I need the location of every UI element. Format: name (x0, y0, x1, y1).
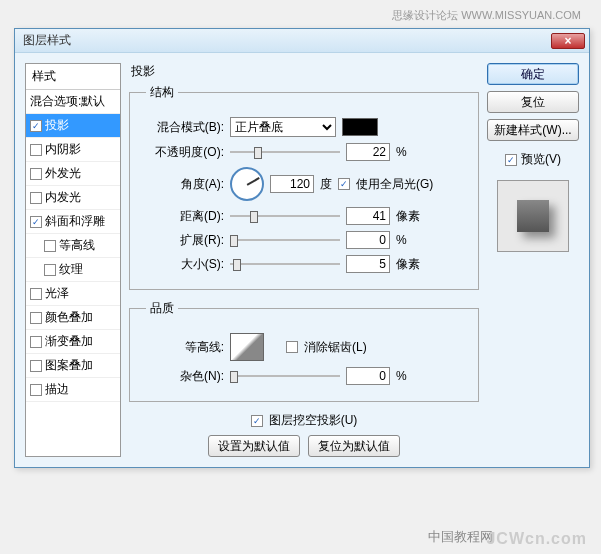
style-item-drop-shadow[interactable]: 投影 (26, 114, 120, 138)
style-item-label: 投影 (45, 117, 69, 134)
reset-default-button[interactable]: 复位为默认值 (308, 435, 400, 457)
quality-legend: 品质 (146, 300, 178, 317)
antialias-label: 消除锯齿(L) (304, 339, 367, 356)
style-item-label: 外发光 (45, 165, 81, 182)
preview-box (497, 180, 569, 252)
style-item-label: 颜色叠加 (45, 309, 93, 326)
style-item-label: 斜面和浮雕 (45, 213, 105, 230)
size-input[interactable] (346, 255, 390, 273)
checkbox-icon[interactable] (30, 360, 42, 372)
checkbox-icon[interactable] (30, 168, 42, 180)
style-item-label: 描边 (45, 381, 69, 398)
main-panel: 投影 结构 混合模式(B): 正片叠底 不透明度(O): % (129, 63, 479, 457)
checkbox-icon[interactable] (44, 240, 56, 252)
preview-label: 预览(V) (521, 151, 561, 168)
style-item-label: 渐变叠加 (45, 333, 93, 350)
opacity-label: 不透明度(O): (146, 144, 224, 161)
style-item-label: 光泽 (45, 285, 69, 302)
spread-label: 扩展(R): (146, 232, 224, 249)
style-item-bevel[interactable]: 斜面和浮雕 (26, 210, 120, 234)
style-item-label: 内发光 (45, 189, 81, 206)
style-item-label: 等高线 (59, 237, 95, 254)
style-item-inner-glow[interactable]: 内发光 (26, 186, 120, 210)
ok-button[interactable]: 确定 (487, 63, 579, 85)
style-item-label: 图案叠加 (45, 357, 93, 374)
watermark-bottom-cn: 中国教程网 (428, 528, 493, 546)
noise-slider[interactable] (230, 369, 340, 383)
blend-mode-label: 混合模式(B): (146, 119, 224, 136)
checkbox-icon[interactable] (30, 144, 42, 156)
style-item-pattern-overlay[interactable]: 图案叠加 (26, 354, 120, 378)
opacity-input[interactable] (346, 143, 390, 161)
dialog-title: 图层样式 (23, 32, 71, 49)
unit-px: 像素 (396, 208, 422, 225)
angle-input[interactable] (270, 175, 314, 193)
watermark-bottom-en: JCWcn.com (486, 530, 587, 548)
spread-slider[interactable] (230, 233, 340, 247)
antialias-checkbox[interactable] (286, 341, 298, 353)
close-button[interactable]: × (551, 33, 585, 49)
layer-style-dialog: 图层样式 × 样式 混合选项:默认 投影 内阴影 外发光 内发光 (14, 28, 590, 468)
new-style-button[interactable]: 新建样式(W)... (487, 119, 579, 141)
style-list-header[interactable]: 样式 (26, 64, 120, 90)
unit-percent: % (396, 145, 422, 159)
preview-checkbox[interactable] (505, 154, 517, 166)
style-item-label: 内阴影 (45, 141, 81, 158)
checkbox-icon[interactable] (30, 192, 42, 204)
blend-mode-select[interactable]: 正片叠底 (230, 117, 336, 137)
checkbox-icon[interactable] (30, 120, 42, 132)
unit-degree: 度 (320, 176, 332, 193)
style-item-outer-glow[interactable]: 外发光 (26, 162, 120, 186)
angle-label: 角度(A): (146, 176, 224, 193)
cancel-button[interactable]: 复位 (487, 91, 579, 113)
style-item-gradient-overlay[interactable]: 渐变叠加 (26, 330, 120, 354)
checkbox-icon[interactable] (30, 336, 42, 348)
sidebar: 确定 复位 新建样式(W)... 预览(V) (487, 63, 579, 457)
structure-group: 结构 混合模式(B): 正片叠底 不透明度(O): % 角度(A): (129, 84, 479, 290)
spread-input[interactable] (346, 231, 390, 249)
style-item-stroke[interactable]: 描边 (26, 378, 120, 402)
distance-slider[interactable] (230, 209, 340, 223)
blending-options-row[interactable]: 混合选项:默认 (26, 90, 120, 114)
structure-legend: 结构 (146, 84, 178, 101)
style-item-inner-shadow[interactable]: 内阴影 (26, 138, 120, 162)
angle-dial[interactable] (230, 167, 264, 201)
style-list: 样式 混合选项:默认 投影 内阴影 外发光 内发光 斜面和浮雕 (25, 63, 121, 457)
preview-swatch (517, 200, 549, 232)
contour-picker[interactable] (230, 333, 264, 361)
style-item-label: 纹理 (59, 261, 83, 278)
unit-percent: % (396, 369, 422, 383)
distance-label: 距离(D): (146, 208, 224, 225)
knockout-checkbox[interactable] (251, 415, 263, 427)
checkbox-icon[interactable] (44, 264, 56, 276)
checkbox-icon[interactable] (30, 288, 42, 300)
set-default-button[interactable]: 设置为默认值 (208, 435, 300, 457)
style-item-contour[interactable]: 等高线 (26, 234, 120, 258)
noise-label: 杂色(N): (146, 368, 224, 385)
size-label: 大小(S): (146, 256, 224, 273)
size-slider[interactable] (230, 257, 340, 271)
unit-px: 像素 (396, 256, 422, 273)
titlebar[interactable]: 图层样式 × (15, 29, 589, 53)
contour-label: 等高线: (146, 339, 224, 356)
opacity-slider[interactable] (230, 145, 340, 159)
style-item-texture[interactable]: 纹理 (26, 258, 120, 282)
checkbox-icon[interactable] (30, 216, 42, 228)
style-item-color-overlay[interactable]: 颜色叠加 (26, 306, 120, 330)
quality-group: 品质 等高线: 消除锯齿(L) 杂色(N): % (129, 300, 479, 402)
global-light-label: 使用全局光(G) (356, 176, 433, 193)
section-title: 投影 (129, 63, 479, 80)
color-swatch[interactable] (342, 118, 378, 136)
unit-percent: % (396, 233, 422, 247)
checkbox-icon[interactable] (30, 312, 42, 324)
knockout-label: 图层挖空投影(U) (269, 412, 358, 429)
watermark-top: 思缘设计论坛 WWW.MISSYUAN.COM (392, 8, 581, 23)
noise-input[interactable] (346, 367, 390, 385)
global-light-checkbox[interactable] (338, 178, 350, 190)
checkbox-icon[interactable] (30, 384, 42, 396)
style-item-satin[interactable]: 光泽 (26, 282, 120, 306)
distance-input[interactable] (346, 207, 390, 225)
